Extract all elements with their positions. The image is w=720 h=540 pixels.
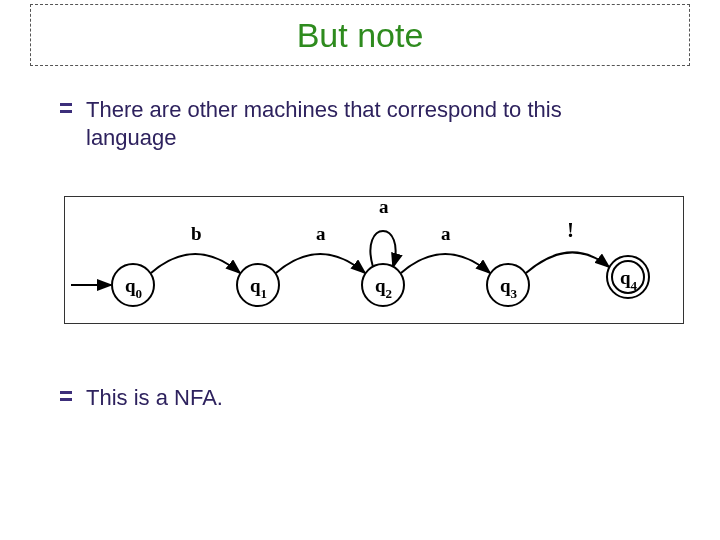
edge-q0-q1 <box>151 254 240 273</box>
title-box: But note <box>30 4 690 66</box>
bullet-text-1: There are other machines that correspond… <box>86 96 646 151</box>
edge-label-a-loop: a <box>379 196 389 217</box>
edge-q2-self <box>370 231 395 267</box>
slide-title: But note <box>297 16 424 55</box>
state-q1: q1 <box>237 264 279 306</box>
state-q4: q4 <box>607 256 649 298</box>
nfa-diagram: b a a a ! q0 q1 q2 q3 <box>63 195 687 327</box>
state-q0: q0 <box>112 264 154 306</box>
bullet-icon <box>60 102 72 114</box>
bullet-icon <box>60 390 72 402</box>
bullet-item-2: This is a NFA. <box>60 384 223 412</box>
bullet-item-1: There are other machines that correspond… <box>60 96 646 151</box>
edge-label-a2: a <box>441 223 451 244</box>
edge-label-a1: a <box>316 223 326 244</box>
bullet-text-2: This is a NFA. <box>86 384 223 412</box>
edge-q2-q3 <box>401 254 490 273</box>
edge-q3-q4 <box>526 252 609 273</box>
state-q2: q2 <box>362 264 404 306</box>
nfa-diagram-frame: b a a a ! q0 q1 q2 q3 <box>64 196 684 324</box>
edge-label-b: b <box>191 223 202 244</box>
edge-label-bang: ! <box>567 218 574 242</box>
edge-q1-q2 <box>276 254 365 273</box>
state-q3: q3 <box>487 264 529 306</box>
